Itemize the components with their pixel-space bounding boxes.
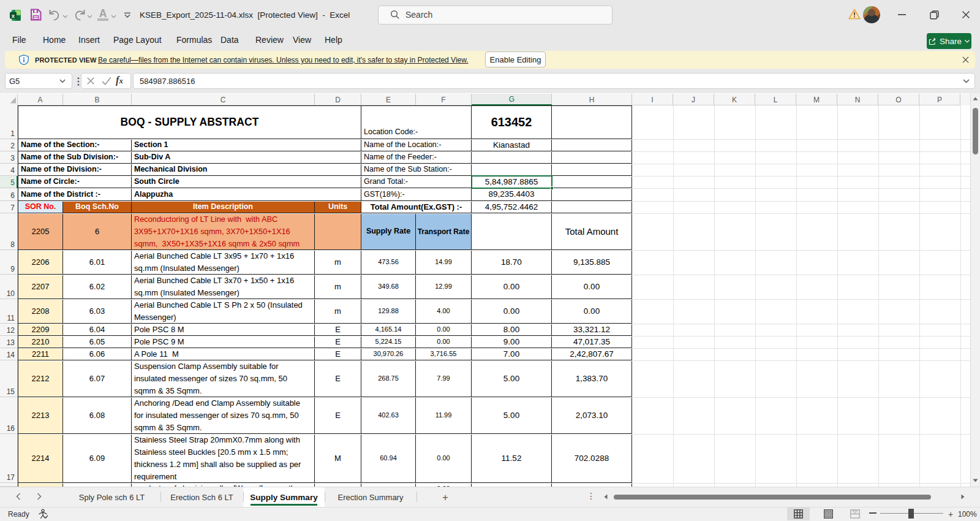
svg-text:x: x (12, 12, 15, 19)
